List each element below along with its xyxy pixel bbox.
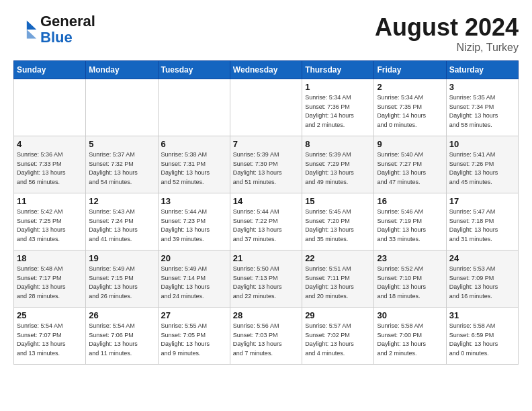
calendar-cell: 24Sunrise: 5:53 AM Sunset: 7:09 PM Dayli… xyxy=(446,250,518,308)
calendar-cell: 23Sunrise: 5:52 AM Sunset: 7:10 PM Dayli… xyxy=(374,250,446,308)
day-number: 18 xyxy=(17,253,83,263)
day-info: Sunrise: 5:39 AM Sunset: 7:29 PM Dayligh… xyxy=(305,150,371,187)
day-number: 10 xyxy=(449,139,515,149)
day-number: 6 xyxy=(161,139,227,149)
calendar-cell: 31Sunrise: 5:58 AM Sunset: 6:59 PM Dayli… xyxy=(446,308,518,365)
logo: General Blue xyxy=(13,13,95,46)
day-info: Sunrise: 5:34 AM Sunset: 7:35 PM Dayligh… xyxy=(377,93,443,130)
logo-line2: Blue xyxy=(40,29,73,46)
day-info: Sunrise: 5:53 AM Sunset: 7:09 PM Dayligh… xyxy=(449,265,515,301)
day-number: 26 xyxy=(89,310,154,320)
calendar-cell: 25Sunrise: 5:54 AM Sunset: 7:07 PM Dayli… xyxy=(14,308,86,365)
calendar-week-row: 11Sunrise: 5:42 AM Sunset: 7:25 PM Dayli… xyxy=(14,193,519,250)
calendar-cell: 14Sunrise: 5:44 AM Sunset: 7:22 PM Dayli… xyxy=(230,193,302,250)
day-info: Sunrise: 5:49 AM Sunset: 7:14 PM Dayligh… xyxy=(161,265,227,301)
calendar-cell: 5Sunrise: 5:37 AM Sunset: 7:32 PM Daylig… xyxy=(86,136,158,193)
day-number: 3 xyxy=(449,82,515,92)
day-number: 15 xyxy=(305,196,371,206)
calendar-cell: 30Sunrise: 5:58 AM Sunset: 7:00 PM Dayli… xyxy=(374,308,446,365)
day-number: 1 xyxy=(305,82,371,92)
day-number: 19 xyxy=(89,253,154,263)
day-number: 16 xyxy=(377,196,443,206)
day-info: Sunrise: 5:54 AM Sunset: 7:06 PM Dayligh… xyxy=(89,322,154,358)
calendar-cell: 13Sunrise: 5:44 AM Sunset: 7:23 PM Dayli… xyxy=(158,193,230,250)
location-heading: Nizip, Turkey xyxy=(375,42,519,54)
calendar-week-row: 4Sunrise: 5:36 AM Sunset: 7:33 PM Daylig… xyxy=(14,136,519,193)
day-info: Sunrise: 5:41 AM Sunset: 7:26 PM Dayligh… xyxy=(449,150,515,187)
day-info: Sunrise: 5:47 AM Sunset: 7:18 PM Dayligh… xyxy=(449,208,515,244)
day-number: 28 xyxy=(233,310,299,320)
logo-line1: General xyxy=(40,13,95,30)
day-info: Sunrise: 5:38 AM Sunset: 7:31 PM Dayligh… xyxy=(161,150,227,187)
day-info: Sunrise: 5:34 AM Sunset: 7:36 PM Dayligh… xyxy=(305,93,371,130)
day-info: Sunrise: 5:54 AM Sunset: 7:07 PM Dayligh… xyxy=(17,322,83,358)
calendar-cell: 11Sunrise: 5:42 AM Sunset: 7:25 PM Dayli… xyxy=(14,193,86,250)
day-info: Sunrise: 5:58 AM Sunset: 6:59 PM Dayligh… xyxy=(449,322,515,358)
day-number: 30 xyxy=(377,310,443,320)
calendar-cell xyxy=(230,79,302,136)
day-info: Sunrise: 5:36 AM Sunset: 7:33 PM Dayligh… xyxy=(17,150,83,187)
calendar-cell: 26Sunrise: 5:54 AM Sunset: 7:06 PM Dayli… xyxy=(86,308,158,365)
day-number: 20 xyxy=(161,253,227,263)
day-number: 9 xyxy=(377,139,443,149)
day-info: Sunrise: 5:37 AM Sunset: 7:32 PM Dayligh… xyxy=(89,150,154,187)
weekday-header-thursday: Thursday xyxy=(302,61,374,79)
day-number: 13 xyxy=(161,196,227,206)
calendar-week-row: 18Sunrise: 5:48 AM Sunset: 7:17 PM Dayli… xyxy=(14,250,519,308)
day-info: Sunrise: 5:40 AM Sunset: 7:27 PM Dayligh… xyxy=(377,150,443,187)
calendar-cell: 21Sunrise: 5:50 AM Sunset: 7:13 PM Dayli… xyxy=(230,250,302,308)
day-info: Sunrise: 5:42 AM Sunset: 7:25 PM Dayligh… xyxy=(17,208,83,244)
day-number: 31 xyxy=(449,310,515,320)
logo-text: General Blue xyxy=(40,13,95,46)
calendar-cell: 7Sunrise: 5:39 AM Sunset: 7:30 PM Daylig… xyxy=(230,136,302,193)
day-info: Sunrise: 5:44 AM Sunset: 7:22 PM Dayligh… xyxy=(233,208,299,244)
calendar-cell: 1Sunrise: 5:34 AM Sunset: 7:36 PM Daylig… xyxy=(302,79,374,136)
day-info: Sunrise: 5:52 AM Sunset: 7:10 PM Dayligh… xyxy=(377,265,443,301)
day-number: 14 xyxy=(233,196,299,206)
day-number: 2 xyxy=(377,82,443,92)
calendar-cell: 19Sunrise: 5:49 AM Sunset: 7:15 PM Dayli… xyxy=(86,250,158,308)
weekday-header-row: SundayMondayTuesdayWednesdayThursdayFrid… xyxy=(14,61,519,79)
day-info: Sunrise: 5:51 AM Sunset: 7:11 PM Dayligh… xyxy=(305,265,371,301)
month-heading: August 2024 xyxy=(375,13,519,42)
day-info: Sunrise: 5:56 AM Sunset: 7:03 PM Dayligh… xyxy=(233,322,299,358)
day-number: 11 xyxy=(17,196,83,206)
day-info: Sunrise: 5:48 AM Sunset: 7:17 PM Dayligh… xyxy=(17,265,83,301)
weekday-header-friday: Friday xyxy=(374,61,446,79)
calendar-cell: 20Sunrise: 5:49 AM Sunset: 7:14 PM Dayli… xyxy=(158,250,230,308)
day-number: 5 xyxy=(89,139,154,149)
calendar-cell: 8Sunrise: 5:39 AM Sunset: 7:29 PM Daylig… xyxy=(302,136,374,193)
weekday-header-monday: Monday xyxy=(86,61,158,79)
day-info: Sunrise: 5:45 AM Sunset: 7:20 PM Dayligh… xyxy=(305,208,371,244)
day-info: Sunrise: 5:50 AM Sunset: 7:13 PM Dayligh… xyxy=(233,265,299,301)
day-info: Sunrise: 5:35 AM Sunset: 7:34 PM Dayligh… xyxy=(449,93,515,130)
calendar-cell: 17Sunrise: 5:47 AM Sunset: 7:18 PM Dayli… xyxy=(446,193,518,250)
day-number: 4 xyxy=(17,139,83,149)
svg-marker-0 xyxy=(27,21,36,30)
weekday-header-sunday: Sunday xyxy=(14,61,86,79)
calendar-cell xyxy=(86,79,158,136)
day-info: Sunrise: 5:57 AM Sunset: 7:02 PM Dayligh… xyxy=(305,322,371,358)
day-number: 22 xyxy=(305,253,371,263)
calendar-cell: 10Sunrise: 5:41 AM Sunset: 7:26 PM Dayli… xyxy=(446,136,518,193)
day-info: Sunrise: 5:58 AM Sunset: 7:00 PM Dayligh… xyxy=(377,322,443,358)
weekday-header-wednesday: Wednesday xyxy=(230,61,302,79)
calendar-cell: 15Sunrise: 5:45 AM Sunset: 7:20 PM Dayli… xyxy=(302,193,374,250)
weekday-header-tuesday: Tuesday xyxy=(158,61,230,79)
day-info: Sunrise: 5:55 AM Sunset: 7:05 PM Dayligh… xyxy=(161,322,227,358)
calendar-week-row: 1Sunrise: 5:34 AM Sunset: 7:36 PM Daylig… xyxy=(14,79,519,136)
calendar-cell: 12Sunrise: 5:43 AM Sunset: 7:24 PM Dayli… xyxy=(86,193,158,250)
day-number: 8 xyxy=(305,139,371,149)
calendar-cell: 29Sunrise: 5:57 AM Sunset: 7:02 PM Dayli… xyxy=(302,308,374,365)
calendar-table: SundayMondayTuesdayWednesdayThursdayFrid… xyxy=(13,60,519,365)
month-title: August 2024 Nizip, Turkey xyxy=(375,13,519,54)
calendar-cell: 16Sunrise: 5:46 AM Sunset: 7:19 PM Dayli… xyxy=(374,193,446,250)
calendar-cell: 6Sunrise: 5:38 AM Sunset: 7:31 PM Daylig… xyxy=(158,136,230,193)
day-info: Sunrise: 5:46 AM Sunset: 7:19 PM Dayligh… xyxy=(377,208,443,244)
day-number: 29 xyxy=(305,310,371,320)
day-number: 7 xyxy=(233,139,299,149)
calendar-cell: 3Sunrise: 5:35 AM Sunset: 7:34 PM Daylig… xyxy=(446,79,518,136)
logo-icon xyxy=(13,17,38,42)
calendar-cell: 22Sunrise: 5:51 AM Sunset: 7:11 PM Dayli… xyxy=(302,250,374,308)
day-number: 23 xyxy=(377,253,443,263)
